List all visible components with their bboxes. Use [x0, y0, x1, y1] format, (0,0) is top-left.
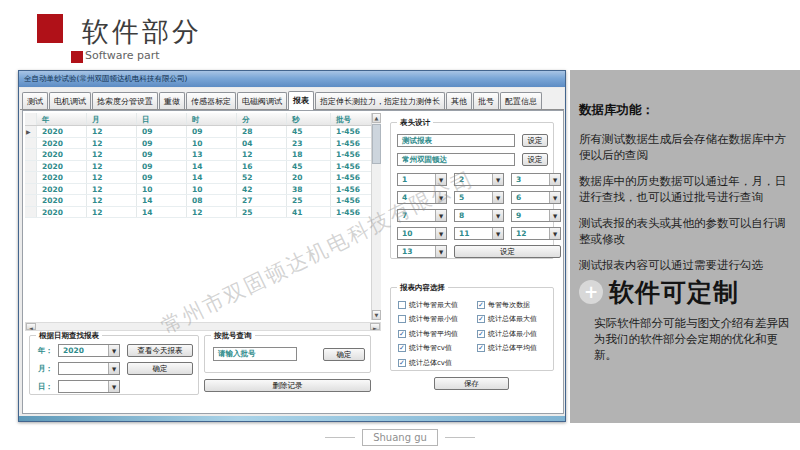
chevron-down-icon[interactable]: ▼	[108, 345, 119, 356]
field-combo-12[interactable]: 12▼	[511, 227, 561, 240]
records-list-area: 年月日时分秒批号 ▶202012090928451-45620201209100…	[25, 113, 381, 320]
tab-7[interactable]: 报表	[288, 91, 314, 110]
set-title-button[interactable]: 设定	[522, 134, 548, 147]
chevron-down-icon[interactable]: ▼	[435, 192, 446, 203]
checkbox-unchecked[interactable]: 统计每管最大值	[398, 300, 458, 309]
scroll-left-icon[interactable]: ◄	[26, 323, 36, 330]
table-row[interactable]: 202012141225411-456	[25, 207, 371, 219]
field-combo-4[interactable]: 4▼	[397, 191, 447, 204]
chevron-down-icon[interactable]: ▼	[549, 174, 560, 185]
checkbox-checked[interactable]: ✓统计总体cv值	[398, 358, 458, 367]
chevron-down-icon[interactable]: ▼	[549, 192, 560, 203]
vertical-scrollbar[interactable]: ▲ ▼	[371, 113, 381, 320]
tab-10[interactable]: 批号	[473, 92, 499, 109]
chevron-down-icon[interactable]: ▼	[435, 174, 446, 185]
checkbox-label: 统计总体cv值	[409, 358, 452, 368]
tab-3[interactable]: 捻索度分管设置	[92, 92, 158, 109]
field-combo-8[interactable]: 8▼	[454, 209, 504, 222]
tab-11[interactable]: 配置信息	[500, 92, 542, 109]
field-combo-13[interactable]: 13▼	[397, 245, 447, 258]
field-combo-3[interactable]: 3▼	[511, 173, 561, 186]
checkbox-box	[398, 301, 406, 309]
table-cell: 12	[87, 172, 137, 183]
table-row[interactable]: 202012091004231-456	[25, 138, 371, 150]
year-combobox[interactable]: 2020 ▼	[58, 344, 120, 357]
header-design-group: 表头设计 测试报表 设定 常州双固顿达 设定 1▼2▼3▼4▼5▼6▼7▼8▼9…	[390, 122, 554, 259]
combo-value: 13	[402, 246, 412, 257]
report-content-left: 统计每管最大值统计每管最小值✓统计每管平均值✓统计每管cv值✓统计总体cv值	[398, 300, 458, 367]
table-cell: 09	[137, 161, 187, 172]
field-combo-7[interactable]: 7▼	[397, 209, 447, 222]
save-button[interactable]: 保存	[434, 377, 509, 390]
checkbox-checked[interactable]: ✓统计总体最小值	[477, 329, 537, 338]
chevron-down-icon[interactable]: ▼	[108, 381, 119, 392]
chevron-down-icon[interactable]: ▼	[435, 228, 446, 239]
checkbox-label: 统计总体最小值	[488, 329, 537, 339]
table-cell: 41	[287, 207, 331, 218]
checkbox-unchecked[interactable]: 统计每管最小值	[398, 315, 458, 324]
checkbox-label: 统计每管最小值	[409, 314, 458, 324]
row-selector-header	[25, 113, 37, 125]
tab-2[interactable]: 电机调试	[49, 92, 91, 109]
chevron-down-icon[interactable]: ▼	[492, 210, 503, 221]
scroll-up-icon[interactable]: ▲	[372, 113, 381, 123]
tab-5[interactable]: 传感器标定	[186, 92, 236, 109]
grid-set-button[interactable]: 设定	[454, 245, 561, 258]
chevron-down-icon[interactable]: ▼	[492, 228, 503, 239]
delete-records-button[interactable]: 删除记录	[204, 379, 371, 392]
table-row[interactable]: 202012101042381-456	[25, 184, 371, 196]
field-combo-9[interactable]: 9▼	[511, 209, 561, 222]
tab-1[interactable]: 测试	[22, 92, 48, 109]
set-company-button[interactable]: 设定	[522, 153, 548, 166]
chevron-down-icon[interactable]: ▼	[435, 210, 446, 221]
table-cell: 45	[287, 161, 331, 172]
company-name-input[interactable]: 常州双固顿达	[397, 153, 515, 166]
field-combo-5[interactable]: 5▼	[454, 191, 504, 204]
field-combo-6[interactable]: 6▼	[511, 191, 561, 204]
chevron-down-icon[interactable]: ▼	[108, 363, 119, 374]
chevron-down-icon[interactable]: ▼	[549, 228, 560, 239]
checkbox-checked[interactable]: ✓统计总体平均值	[477, 344, 537, 353]
combo-value: 9	[516, 210, 521, 221]
chevron-down-icon[interactable]: ▼	[435, 246, 446, 257]
column-header: 秒	[287, 113, 331, 125]
date-confirm-button[interactable]: 确定	[127, 362, 193, 375]
scroll-down-icon[interactable]: ▼	[372, 310, 381, 320]
tab-8[interactable]: 指定伸长测拉力，指定拉力测伸长	[315, 92, 445, 109]
combo-value: 1	[402, 174, 407, 185]
checkbox-checked[interactable]: ✓统计每管cv值	[398, 344, 458, 353]
field-combo-10[interactable]: 10▼	[397, 227, 447, 240]
table-row[interactable]: 202012091416451-456	[25, 161, 371, 173]
scroll-right-icon[interactable]: ►	[370, 323, 380, 330]
day-combobox[interactable]: ▼	[58, 380, 120, 393]
chevron-down-icon[interactable]: ▼	[549, 210, 560, 221]
field-combo-2[interactable]: 2▼	[454, 173, 504, 186]
checkbox-checked[interactable]: ✓统计总体最大值	[477, 315, 537, 324]
tab-6[interactable]: 电磁阀调试	[237, 92, 287, 109]
horizontal-scrollbar[interactable]: ◄ ►	[25, 322, 381, 331]
checkbox-checked[interactable]: ✓统计每管平均值	[398, 329, 458, 338]
tab-4[interactable]: 重做	[159, 92, 185, 109]
checkbox-checked[interactable]: ✓每管每次数据	[477, 300, 537, 309]
checkbox-box	[398, 315, 406, 323]
table-row[interactable]: 202012140827251-456	[25, 195, 371, 207]
customizable-text: 软件可定制	[609, 276, 739, 309]
table-row[interactable]: ▶202012090928451-456	[25, 126, 371, 138]
view-today-report-button[interactable]: 查看今天报表	[127, 344, 193, 357]
chevron-down-icon[interactable]: ▼	[492, 192, 503, 203]
table-row[interactable]: 202012091312181-456	[25, 149, 371, 161]
month-combobox[interactable]: ▼	[58, 362, 120, 375]
batch-number-input[interactable]: 请输入批号	[213, 347, 297, 361]
tab-9[interactable]: 其他	[446, 92, 472, 109]
table-header-row: 年月日时分秒批号	[25, 113, 371, 126]
report-title-input[interactable]: 测试报表	[397, 134, 515, 147]
scrollbar-thumb[interactable]	[372, 124, 381, 164]
column-header: 日	[137, 113, 187, 125]
table-cell: 12	[237, 149, 287, 160]
field-combo-1[interactable]: 1▼	[397, 173, 447, 186]
field-combo-11[interactable]: 11▼	[454, 227, 504, 240]
month-label: 月：	[38, 364, 53, 374]
table-row[interactable]: 202012091452201-456	[25, 172, 371, 184]
batch-confirm-button[interactable]: 确定	[323, 348, 365, 361]
chevron-down-icon[interactable]: ▼	[492, 174, 503, 185]
